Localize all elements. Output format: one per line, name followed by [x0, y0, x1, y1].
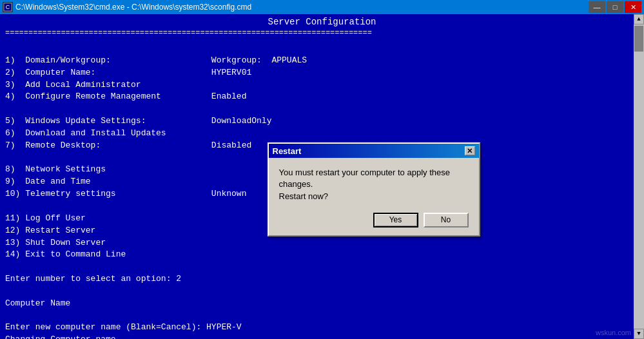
minimize-button[interactable]: — [589, 1, 605, 13]
terminal-line: 2) Computer Name: HYPERV01 [5, 67, 639, 79]
terminal-line: 1) Domain/Workgroup: Workgroup: APPUALS [5, 55, 639, 67]
window-app-icon: C [3, 2, 13, 12]
terminal-area: Server Configuration ===================… [0, 14, 644, 339]
scrollbar-up-arrow[interactable]: ▲ [634, 14, 644, 24]
scrollbar[interactable]: ▲ ▼ [634, 14, 644, 339]
yes-button[interactable]: Yes [373, 213, 418, 228]
terminal-line [5, 310, 639, 322]
dialog-buttons: Yes No [279, 213, 469, 228]
terminal-line [5, 286, 639, 298]
no-button[interactable]: No [424, 213, 469, 228]
terminal-line [5, 43, 639, 55]
terminal-line [5, 261, 639, 273]
window-controls: — □ ✕ [589, 1, 641, 13]
restart-dialog: Restart ✕ You must restart your computer… [268, 142, 480, 237]
terminal-line: 5) Windows Update Settings: DownloadOnly [5, 115, 639, 128]
dialog-titlebar: Restart ✕ [269, 144, 479, 158]
terminal-line: 14) Exit to Command Line [5, 249, 639, 261]
scrollbar-thumb[interactable] [634, 26, 643, 52]
dialog-message-line1: You must restart your computer to apply … [279, 168, 450, 189]
window-title-text: C:\Windows\System32\cmd.exe - C:\Windows… [15, 3, 251, 12]
terminal-header: Server Configuration [5, 17, 639, 27]
dialog-body: You must restart your computer to apply … [269, 158, 479, 235]
terminal-line: Computer Name [5, 298, 639, 310]
scrollbar-down-arrow[interactable]: ▼ [634, 329, 644, 339]
terminal-line: 3) Add Local Administrator [5, 79, 639, 92]
terminal-line: Enter new computer name (Blank=Cancel): … [5, 322, 639, 334]
terminal-line: 13) Shut Down Server [5, 237, 639, 249]
svg-text:C: C [6, 4, 10, 10]
dialog-message: You must restart your computer to apply … [279, 167, 469, 202]
terminal-line: Changing Computer name... [5, 334, 639, 339]
dialog-close-button[interactable]: ✕ [465, 146, 475, 155]
terminal-separator: ========================================… [5, 28, 639, 37]
dialog-title: Restart [273, 146, 302, 156]
window-title-group: C C:\Windows\System32\cmd.exe - C:\Windo… [3, 2, 251, 12]
terminal-line [5, 103, 639, 115]
window-titlebar: C C:\Windows\System32\cmd.exe - C:\Windo… [0, 0, 644, 14]
maximize-button[interactable]: □ [607, 1, 623, 13]
watermark: wskun.com [596, 329, 631, 336]
terminal-line: Enter number to select an option: 2 [5, 273, 639, 286]
terminal-line: 4) Configure Remote Management Enabled [5, 91, 639, 103]
close-button[interactable]: ✕ [625, 1, 641, 13]
dialog-message-line2: Restart now? [279, 191, 329, 201]
terminal-line: 6) Download and Install Updates [5, 128, 639, 140]
